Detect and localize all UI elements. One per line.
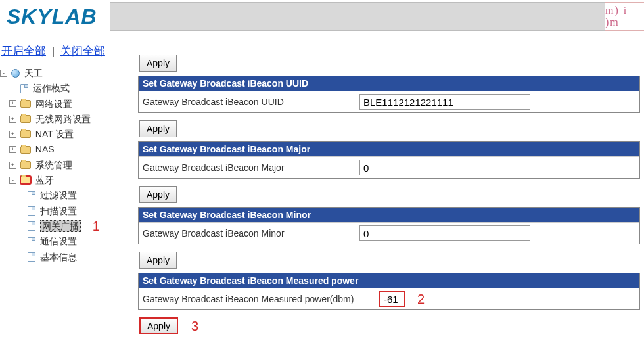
section-major: Set Gateway Broadcast iBeacon Major Gate… [138,141,640,179]
tree-item-comm[interactable]: 通信设置 [0,233,129,248]
section-title: Set Gateway Broadcast iBeacon UUID [139,76,639,91]
expander-icon[interactable]: + [9,100,16,107]
page-icon [28,237,35,246]
major-input[interactable] [359,160,530,175]
tree-item-gateway-broadcast[interactable]: 网关广播 1 [0,218,129,233]
app-header: SKYLAB m) i )m [0,0,644,33]
page-icon [20,84,28,93]
folder-icon [20,146,31,154]
header-badge: m) i )m [605,2,644,31]
expander-icon[interactable]: - [9,177,16,184]
section-minor: Set Gateway Broadcast iBeacon Minor Gate… [138,207,640,244]
apply-button-uuid[interactable]: Apply [139,120,177,137]
tree-item-nas[interactable]: + NAS [0,141,129,156]
tree-item-wireless[interactable]: + 无线网路设置 [0,111,129,126]
minor-input[interactable] [359,225,530,241]
tree-item-mode[interactable]: 运作模式 [0,80,129,95]
field-label: Gateway Broadcast iBeacon UUID [143,97,359,107]
header-separator [110,2,605,31]
tree-item-filter[interactable]: 过滤设置 [0,187,129,202]
field-label: Gateway Broadcast iBeacon Measured power… [143,294,379,304]
expander-icon[interactable]: + [9,131,16,138]
tree-root-label: 天工 [24,68,43,78]
page-icon [28,206,35,216]
tree-item-nat[interactable]: + NAT 设置 [0,126,129,141]
annotation-2: 2 [417,292,425,307]
logo-text: SKYLAB [7,5,97,28]
page-icon [28,221,35,231]
section-power: Set Gateway Broadcast iBeacon Measured p… [138,273,640,310]
section-title: Set Gateway Broadcast iBeacon Minor [139,208,639,222]
apply-button-power[interactable]: Apply [139,317,178,334]
annotation-3: 3 [191,319,198,334]
apply-button-major[interactable]: Apply [139,186,177,203]
page-icon [28,252,35,262]
apply-button-prev[interactable]: Apply [139,55,177,72]
folder-icon [20,130,31,138]
tree-item-system[interactable]: + 系统管理 [0,157,129,172]
nav-tree: - 天工 运作模式 + 网络设置 + 无线网路设置 + [0,65,129,264]
main-content: Apply Set Gateway Broadcast iBeacon UUID… [131,37,644,338]
separator: | [52,45,55,57]
section-title: Set Gateway Broadcast iBeacon Major [139,142,639,156]
section-title: Set Gateway Broadcast iBeacon Measured p… [139,273,639,288]
uuid-input[interactable] [359,94,530,110]
expander-icon[interactable]: + [9,116,16,123]
sidebar: 开启全部 | 关闭全部 - 天工 运作模式 + 网络设置 + [0,37,131,338]
tree-item-scan[interactable]: 扫描设置 [0,203,129,218]
section-uuid: Set Gateway Broadcast iBeacon UUID Gatew… [138,76,640,113]
folder-icon [20,100,31,108]
annotation-1: 1 [93,219,100,233]
folder-icon [20,161,31,169]
logo: SKYLAB [0,2,104,32]
tree-root[interactable]: - 天工 [0,65,129,80]
page-icon [28,191,35,200]
folder-open-icon [20,176,31,184]
globe-icon [11,69,20,78]
tree-item-bluetooth[interactable]: - 蓝牙 [0,172,129,187]
tree-item-basicinfo[interactable]: 基本信息 [0,249,129,264]
expander-icon[interactable]: + [9,162,16,169]
expand-all-link[interactable]: 开启全部 [1,45,46,57]
collapse-all-link[interactable]: 关闭全部 [60,45,105,57]
field-label: Gateway Broadcast iBeacon Minor [143,228,359,239]
tree-controls: 开启全部 | 关闭全部 [0,39,129,65]
apply-button-minor[interactable]: Apply [139,252,177,269]
expander-icon[interactable]: + [9,146,16,153]
prev-section-bottom [138,37,640,51]
expander-icon[interactable]: - [0,70,7,77]
tree-item-network[interactable]: + 网络设置 [0,96,129,111]
field-label: Gateway Broadcast iBeacon Major [143,162,359,173]
power-input[interactable] [379,291,405,307]
folder-icon [20,115,31,123]
